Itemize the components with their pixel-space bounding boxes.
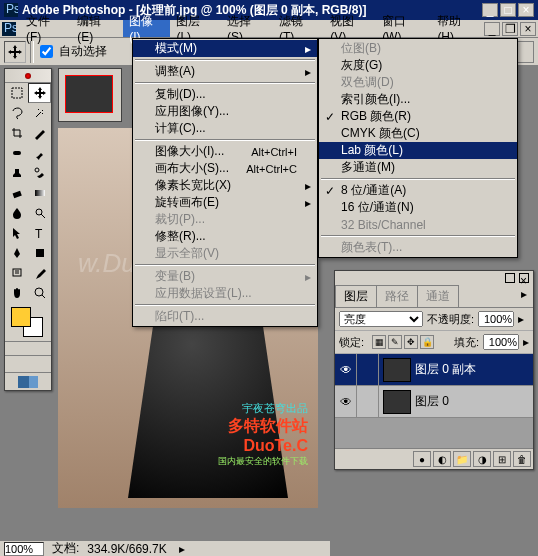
wand-tool[interactable] bbox=[28, 103, 51, 123]
fill-input[interactable] bbox=[483, 334, 519, 350]
apply-data-menuitem[interactable]: 应用数据设置(L)... bbox=[133, 285, 317, 302]
zoom-field[interactable] bbox=[4, 542, 44, 556]
layer-row[interactable]: 👁 图层 0 bbox=[335, 386, 533, 418]
adjust-menuitem[interactable]: 调整(A)▸ bbox=[133, 63, 317, 80]
slice-tool[interactable] bbox=[28, 123, 51, 143]
pixel-ratio-menuitem[interactable]: 像素长宽比(X)▸ bbox=[133, 177, 317, 194]
panel-menu-icon[interactable]: ▸ bbox=[515, 285, 533, 307]
bitmap-menuitem[interactable]: 位图(B) bbox=[319, 40, 517, 57]
menu-filter[interactable]: 滤镜(T) bbox=[273, 20, 324, 37]
menu-help[interactable]: 帮助(H) bbox=[431, 20, 484, 37]
lock-pixels-icon[interactable]: ✎ bbox=[388, 335, 402, 349]
menu-edit[interactable]: 编辑(E) bbox=[71, 20, 123, 37]
adjustment-layer-icon[interactable]: ◑ bbox=[473, 451, 491, 467]
image-size-menuitem[interactable]: 图像大小(I)...Alt+Ctrl+I bbox=[133, 143, 317, 160]
8bit-menuitem[interactable]: ✓8 位/通道(A) bbox=[319, 182, 517, 199]
path-select-tool[interactable] bbox=[5, 223, 28, 243]
zoom-tool[interactable] bbox=[28, 283, 51, 303]
panel-minimize-icon[interactable] bbox=[505, 273, 515, 283]
blend-mode-select[interactable]: 亮度 bbox=[339, 311, 423, 327]
lock-all-icon[interactable]: 🔒 bbox=[420, 335, 434, 349]
blur-tool[interactable] bbox=[5, 203, 28, 223]
type-tool[interactable]: T bbox=[28, 223, 51, 243]
lock-position-icon[interactable]: ✥ bbox=[404, 335, 418, 349]
fill-arrow-icon[interactable]: ▸ bbox=[523, 335, 529, 349]
status-arrow-icon[interactable]: ▸ bbox=[179, 542, 185, 556]
auto-select-checkbox[interactable] bbox=[40, 45, 53, 58]
menu-file[interactable]: 文件(F) bbox=[20, 20, 71, 37]
eyedropper-tool[interactable] bbox=[28, 263, 51, 283]
mode-menuitem[interactable]: 模式(M)▸ bbox=[133, 40, 317, 57]
duotone-menuitem[interactable]: 双色调(D) bbox=[319, 74, 517, 91]
reveal-all-menuitem[interactable]: 显示全部(V) bbox=[133, 245, 317, 262]
screen-mode-1[interactable] bbox=[5, 356, 20, 372]
minimize-button[interactable]: _ bbox=[482, 3, 498, 17]
lasso-tool[interactable] bbox=[5, 103, 28, 123]
screen-mode-2[interactable] bbox=[20, 356, 35, 372]
new-layer-icon[interactable]: ⊞ bbox=[493, 451, 511, 467]
menu-layer[interactable]: 图层(L) bbox=[170, 20, 221, 37]
cmyk-menuitem[interactable]: CMYK 颜色(C) bbox=[319, 125, 517, 142]
menu-select[interactable]: 选择(S) bbox=[221, 20, 273, 37]
screen-mode-3[interactable] bbox=[36, 356, 51, 372]
crop-menuitem[interactable]: 裁切(P)... bbox=[133, 211, 317, 228]
multichannel-menuitem[interactable]: 多通道(M) bbox=[319, 159, 517, 176]
brush-tool[interactable] bbox=[28, 143, 51, 163]
notes-tool[interactable] bbox=[5, 263, 28, 283]
trim-menuitem[interactable]: 修整(R)... bbox=[133, 228, 317, 245]
color-table-menuitem[interactable]: 颜色表(T)... bbox=[319, 239, 517, 256]
maximize-button[interactable]: □ bbox=[500, 3, 516, 17]
tab-paths[interactable]: 路径 bbox=[376, 285, 418, 307]
hand-tool[interactable] bbox=[5, 283, 28, 303]
trap-menuitem[interactable]: 陷印(T)... bbox=[133, 308, 317, 325]
lock-transparent-icon[interactable]: ▦ bbox=[372, 335, 386, 349]
color-swatches[interactable] bbox=[5, 303, 51, 341]
menu-window[interactable]: 窗口(W) bbox=[376, 20, 431, 37]
indexed-menuitem[interactable]: 索引颜色(I)... bbox=[319, 91, 517, 108]
variables-menuitem[interactable]: 变量(B)▸ bbox=[133, 268, 317, 285]
move-tool[interactable] bbox=[28, 83, 51, 103]
16bit-menuitem[interactable]: 16 位/通道(N) bbox=[319, 199, 517, 216]
delete-layer-icon[interactable]: 🗑 bbox=[513, 451, 531, 467]
rgb-menuitem[interactable]: ✓RGB 颜色(R) bbox=[319, 108, 517, 125]
dodge-tool[interactable] bbox=[28, 203, 51, 223]
new-set-icon[interactable]: 📁 bbox=[453, 451, 471, 467]
doc-restore-button[interactable]: ❐ bbox=[502, 22, 518, 36]
close-button[interactable]: × bbox=[518, 3, 534, 17]
layer-mask-icon[interactable]: ◐ bbox=[433, 451, 451, 467]
link-cell[interactable] bbox=[357, 354, 379, 386]
layer-style-icon[interactable]: ● bbox=[413, 451, 431, 467]
tab-channels[interactable]: 通道 bbox=[417, 285, 459, 307]
quickmask-mode[interactable] bbox=[28, 341, 51, 355]
stamp-tool[interactable] bbox=[5, 163, 28, 183]
apply-image-menuitem[interactable]: 应用图像(Y)... bbox=[133, 103, 317, 120]
tab-layers[interactable]: 图层 bbox=[335, 285, 377, 307]
standard-mode[interactable] bbox=[5, 341, 28, 355]
lab-menuitem[interactable]: Lab 颜色(L) bbox=[319, 142, 517, 159]
grayscale-menuitem[interactable]: 灰度(G) bbox=[319, 57, 517, 74]
opacity-input[interactable] bbox=[478, 311, 514, 327]
toolbox-header[interactable] bbox=[5, 69, 51, 83]
layer-row[interactable]: 👁 图层 0 副本 bbox=[335, 354, 533, 386]
panel-close-icon[interactable]: × bbox=[519, 273, 529, 283]
32bit-menuitem[interactable]: 32 Bits/Channel bbox=[319, 216, 517, 233]
doc-close-button[interactable]: × bbox=[520, 22, 536, 36]
calculations-menuitem[interactable]: 计算(C)... bbox=[133, 120, 317, 137]
opacity-arrow-icon[interactable]: ▸ bbox=[518, 312, 524, 326]
crop-tool[interactable] bbox=[5, 123, 28, 143]
foreground-color[interactable] bbox=[11, 307, 31, 327]
visibility-icon[interactable]: 👁 bbox=[335, 386, 357, 418]
shape-tool[interactable] bbox=[28, 243, 51, 263]
navigator-palette[interactable] bbox=[58, 68, 122, 122]
rotate-canvas-menuitem[interactable]: 旋转画布(E)▸ bbox=[133, 194, 317, 211]
visibility-icon[interactable]: 👁 bbox=[335, 354, 357, 386]
menu-image[interactable]: 图像(I) bbox=[123, 20, 170, 37]
history-brush-tool[interactable] bbox=[28, 163, 51, 183]
canvas-size-menuitem[interactable]: 画布大小(S)...Alt+Ctrl+C bbox=[133, 160, 317, 177]
gradient-tool[interactable] bbox=[28, 183, 51, 203]
menu-view[interactable]: 视图(V) bbox=[324, 20, 376, 37]
link-cell[interactable] bbox=[357, 386, 379, 418]
imageready-button[interactable] bbox=[5, 372, 51, 390]
marquee-tool[interactable] bbox=[5, 83, 28, 103]
pen-tool[interactable] bbox=[5, 243, 28, 263]
